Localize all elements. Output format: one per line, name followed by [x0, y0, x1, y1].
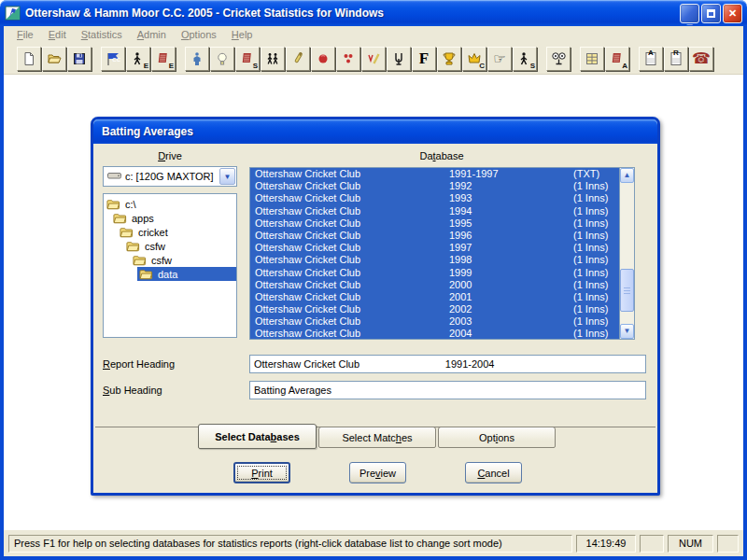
- scoreboard-icon: [551, 51, 567, 66]
- folder-icon: [120, 226, 134, 238]
- folder-icon: [139, 268, 153, 280]
- players-icon: [265, 51, 280, 66]
- menu-statistics[interactable]: Statistics: [74, 28, 130, 41]
- results-report-button[interactable]: R: [664, 47, 688, 71]
- ball-button[interactable]: [311, 47, 335, 71]
- database-row[interactable]: Ottershaw Cricket Club2001(1 Inns): [250, 291, 619, 303]
- trophy-button[interactable]: [437, 47, 461, 71]
- menu-file[interactable]: File: [9, 28, 41, 41]
- drive-label: Drive: [103, 150, 237, 161]
- balls-button[interactable]: [336, 47, 360, 71]
- database-list-scrollbar[interactable]: ▲ ▼: [619, 167, 635, 340]
- stumps-icon: [391, 51, 406, 66]
- bat-button[interactable]: [286, 47, 310, 71]
- database-row[interactable]: Ottershaw Cricket Club1993(1 Inns): [250, 192, 619, 204]
- folder-item-apps[interactable]: apps: [104, 211, 236, 225]
- folder-item-c[interactable]: c:\: [104, 197, 236, 211]
- tab-options[interactable]: Options: [438, 427, 556, 448]
- cup-c-button[interactable]: C: [462, 47, 486, 71]
- open-folder-icon: [47, 51, 62, 66]
- stumps-button[interactable]: [387, 47, 411, 71]
- edit-records-button[interactable]: E: [151, 47, 176, 71]
- database-row[interactable]: Ottershaw Cricket Club1998(1 Inns): [250, 254, 619, 266]
- close-button[interactable]: ✕: [723, 4, 742, 23]
- scrollbar-thumb[interactable]: [620, 269, 634, 312]
- folder-item-data-selected[interactable]: data: [104, 267, 236, 281]
- database-row[interactable]: Ottershaw Cricket Club1999(1 Inns): [250, 267, 619, 279]
- letter-f-button[interactable]: F: [412, 47, 436, 71]
- maximize-button[interactable]: [701, 4, 721, 23]
- club-details-button[interactable]: CC: [101, 47, 125, 71]
- folder-tree: c:\ apps cricket csfw: [103, 193, 237, 338]
- database-row[interactable]: Ottershaw Cricket Club1991-1997(TXT): [250, 168, 619, 180]
- scroll-down-icon[interactable]: ▼: [620, 324, 634, 339]
- menu-help[interactable]: Help: [224, 28, 261, 41]
- dialog-titlebar: Batting Averages: [93, 119, 657, 144]
- players-button[interactable]: [261, 47, 285, 71]
- table-button[interactable]: [580, 47, 604, 71]
- database-row[interactable]: Ottershaw Cricket Club1994(1 Inns): [250, 205, 619, 217]
- dialog-title: Batting Averages: [102, 125, 193, 138]
- table-icon: [585, 51, 599, 66]
- folder-item-csfw[interactable]: csfw: [104, 239, 236, 253]
- edit-players-button[interactable]: E: [126, 47, 150, 71]
- chevron-down-icon[interactable]: ▼: [219, 168, 235, 185]
- save-button[interactable]: [67, 47, 92, 71]
- preview-button[interactable]: Preview: [349, 462, 406, 483]
- umpire-button[interactable]: [185, 47, 209, 71]
- batting-averages-dialog: Batting Averages Drive c: [120G MAXTOR] …: [91, 117, 660, 496]
- database-row[interactable]: Ottershaw Cricket Club1995(1 Inns): [250, 217, 619, 230]
- folder-item-cricket[interactable]: cricket: [104, 225, 236, 239]
- folder-icon: [133, 254, 147, 266]
- window-body: File Edit Statistics Admin Options Help: [0, 26, 747, 560]
- window-titlebar: Ottershaw & Hamm Moor C.C. 2005 - Cricke…: [0, 0, 747, 26]
- sub-heading-label: Sub Heading: [103, 385, 162, 396]
- folder-item-csfw2[interactable]: csfw: [104, 253, 236, 267]
- drive-combobox[interactable]: c: [120G MAXTOR] ▼: [103, 166, 237, 187]
- database-row[interactable]: Ottershaw Cricket Club2000(1 Inns): [250, 279, 619, 291]
- dialog-content: Drive c: [120G MAXTOR] ▼: [93, 144, 657, 493]
- minimize-button[interactable]: _: [680, 4, 699, 23]
- lightbulb-icon: [215, 51, 230, 66]
- status-panel-empty: [640, 535, 664, 553]
- averages-report-button[interactable]: A: [639, 47, 663, 71]
- pointing-hand-icon: ☞: [493, 51, 505, 65]
- records-a-button[interactable]: A: [605, 47, 629, 71]
- scroll-up-icon[interactable]: ▲: [620, 168, 634, 183]
- phone-button[interactable]: ☎: [689, 47, 713, 71]
- menu-admin[interactable]: Admin: [130, 28, 174, 41]
- disk-drive-icon: [107, 171, 121, 182]
- menu-options[interactable]: Options: [174, 28, 224, 41]
- client-area: Batting Averages Drive c: [120G MAXTOR] …: [4, 75, 743, 530]
- status-time: 14:19:49: [576, 535, 636, 553]
- player-s-button[interactable]: S: [513, 47, 537, 71]
- print-button[interactable]: Print: [233, 462, 290, 483]
- database-row[interactable]: Ottershaw Cricket Club2004(1 Inns): [250, 328, 619, 340]
- tab-select-matches[interactable]: Select Matches: [318, 427, 436, 448]
- sub-heading-input[interactable]: [249, 381, 646, 399]
- bat-and-ball-button[interactable]: [361, 47, 386, 71]
- balls-icon: [341, 51, 356, 66]
- scoreboard-button[interactable]: [546, 47, 571, 71]
- tab-select-databases[interactable]: Select Databases: [198, 424, 317, 449]
- database-row[interactable]: Ottershaw Cricket Club2002(1 Inns): [250, 303, 619, 315]
- new-database-button[interactable]: [17, 47, 41, 71]
- database-label: Database: [249, 150, 634, 161]
- records-s-button[interactable]: S: [235, 47, 260, 71]
- umpire-icon: [190, 51, 204, 66]
- bat-and-ball-icon: [366, 51, 381, 66]
- lightbulb-button[interactable]: [210, 47, 234, 71]
- drive-value: c: [120G MAXTOR]: [125, 171, 218, 182]
- status-num-lock: NUM: [668, 535, 713, 553]
- report-heading-input[interactable]: [249, 355, 646, 373]
- pointing-hand-button[interactable]: ☞: [487, 47, 512, 71]
- report-heading-label: Report Heading: [103, 358, 175, 370]
- database-row[interactable]: Ottershaw Cricket Club1997(1 Inns): [250, 242, 619, 254]
- menu-edit[interactable]: Edit: [41, 28, 74, 41]
- database-row[interactable]: Ottershaw Cricket Club2003(1 Inns): [250, 315, 619, 328]
- database-row[interactable]: Ottershaw Cricket Club1996(1 Inns): [250, 230, 619, 242]
- database-row[interactable]: Ottershaw Cricket Club1992(1 Inns): [250, 180, 619, 192]
- cancel-button[interactable]: Cancel: [465, 462, 522, 483]
- open-database-button[interactable]: [42, 47, 66, 71]
- phone-icon: ☎: [692, 51, 711, 65]
